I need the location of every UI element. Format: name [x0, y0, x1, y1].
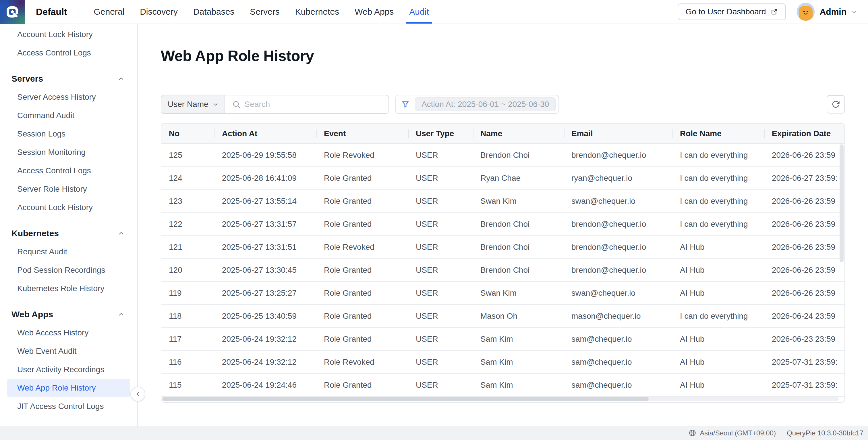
- timezone-indicator: Asia/Seoul (GMT+09:00): [688, 429, 776, 437]
- cell-email: sam@chequer.io: [564, 328, 673, 351]
- sidebar-item-pod-session-recordings[interactable]: Pod Session Recordings: [7, 261, 130, 280]
- table-row[interactable]: 1182025-06-25 13:40:59Role GrantedUSERMa…: [161, 305, 845, 328]
- tab-kubernetes[interactable]: Kubernetes: [287, 0, 347, 24]
- cell-no: 123: [161, 190, 215, 213]
- table-header-row: NoAction AtEventUser TypeNameEmailRole N…: [161, 124, 845, 144]
- cell-user-type: USER: [408, 167, 473, 190]
- table-row[interactable]: 1202025-06-27 13:30:45Role GrantedUSERBr…: [161, 259, 845, 282]
- tab-web-apps[interactable]: Web Apps: [347, 0, 401, 24]
- cell-name: Swan Kim: [473, 282, 564, 305]
- querypie-logo[interactable]: [0, 0, 25, 24]
- sidebar-item-web-app-role-history[interactable]: Web App Role History: [7, 379, 130, 397]
- filter-toolbar: User Name: [161, 95, 845, 114]
- sidebar-section-label: Servers: [11, 74, 43, 84]
- cell-action-at: 2025-06-24 19:32:12: [215, 328, 316, 351]
- sidebar-collapse-button[interactable]: [130, 386, 145, 402]
- table-row[interactable]: 1222025-06-27 13:31:57Role GrantedUSERBr…: [161, 213, 845, 236]
- cell-no: 120: [161, 259, 215, 282]
- column-header-email: Email: [564, 124, 673, 144]
- cell-no: 125: [161, 144, 215, 167]
- cell-role-name: AI Hub: [673, 351, 764, 374]
- cell-email: swan@chequer.io: [564, 190, 673, 213]
- cell-no: 121: [161, 236, 215, 259]
- cell-role-name: AI Hub: [673, 259, 764, 282]
- sidebar-section-kubernetes[interactable]: Kubernetes: [0, 224, 137, 242]
- horizontal-scrollbar-track[interactable]: [162, 397, 839, 401]
- cell-expiration-date: 2026-06-27 23:59:: [764, 167, 845, 190]
- external-link-icon: [770, 8, 778, 16]
- table-row[interactable]: 1152025-06-24 19:24:46Role GrantedUSERSa…: [161, 374, 845, 397]
- cell-name: Sam Kim: [473, 351, 564, 374]
- table-row[interactable]: 1172025-06-24 19:32:12Role GrantedUSERSa…: [161, 328, 845, 351]
- admin-menu-label[interactable]: Admin: [820, 7, 846, 17]
- cell-email: brendon@chequer.io: [564, 236, 673, 259]
- cell-expiration-date: 2026-06-24 23:59: [764, 305, 845, 328]
- vertical-scrollbar[interactable]: [840, 144, 844, 262]
- sidebar-item-session-logs[interactable]: Session Logs: [7, 125, 130, 143]
- sidebar-item-request-audit[interactable]: Request Audit: [7, 242, 130, 261]
- cell-expiration-date: 2026-06-26 23:59: [764, 236, 845, 259]
- cell-event: Role Revoked: [316, 351, 408, 374]
- cell-event: Role Granted: [316, 167, 408, 190]
- cell-email: brendon@chequer.io: [564, 259, 673, 282]
- status-bar: Asia/Seoul (GMT+09:00) QueryPie 10.3.0-3…: [0, 426, 868, 440]
- tab-discovery[interactable]: Discovery: [132, 0, 185, 24]
- cell-event: Role Granted: [316, 282, 408, 305]
- go-to-user-dashboard-button[interactable]: Go to User Dashboard: [678, 3, 786, 20]
- sidebar-item-command-audit[interactable]: Command Audit: [7, 106, 130, 125]
- cell-action-at: 2025-06-27 13:55:14: [215, 190, 316, 213]
- timezone-label: Asia/Seoul (GMT+09:00): [700, 429, 776, 437]
- sidebar-item-access-control-logs[interactable]: Access Control Logs: [7, 44, 130, 62]
- tab-general[interactable]: General: [86, 0, 132, 24]
- tab-databases[interactable]: Databases: [185, 0, 242, 24]
- cell-event: Role Granted: [316, 213, 408, 236]
- sidebar-item-kubernetes-role-history[interactable]: Kubernetes Role History: [7, 280, 130, 298]
- sidebar-item-access-control-logs[interactable]: Access Control Logs: [7, 162, 130, 180]
- sidebar-item-account-lock-history[interactable]: Account Lock History: [7, 25, 130, 44]
- cell-no: 122: [161, 213, 215, 236]
- sidebar-item-jit-access-control-logs[interactable]: JIT Access Control Logs: [7, 397, 130, 416]
- search-field-select[interactable]: User Name: [161, 95, 225, 113]
- sidebar-item-account-lock-history[interactable]: Account Lock History: [7, 198, 130, 217]
- sidebar-item-web-event-audit[interactable]: Web Event Audit: [7, 342, 130, 360]
- table-row[interactable]: 1252025-06-29 19:55:58Role RevokedUSERBr…: [161, 144, 845, 167]
- tab-servers[interactable]: Servers: [242, 0, 287, 24]
- cell-expiration-date: 2025-07-31 23:59:: [764, 351, 845, 374]
- admin-chevron-down-icon[interactable]: [850, 8, 858, 16]
- cell-role-name: AI Hub: [673, 328, 764, 351]
- sidebar-item-server-access-history[interactable]: Server Access History: [7, 88, 130, 106]
- table-row[interactable]: 1242025-06-28 16:41:09Role GrantedUSERRy…: [161, 167, 845, 190]
- sidebar-item-user-activity-recordings[interactable]: User Activity Recordings: [7, 360, 130, 379]
- search-input[interactable]: [225, 95, 389, 113]
- cell-role-name: I can do everything: [673, 167, 764, 190]
- avatar[interactable]: [797, 3, 815, 21]
- table-row[interactable]: 1162025-06-24 19:32:12Role RevokedUSERSa…: [161, 351, 845, 374]
- table-row[interactable]: 1232025-06-27 13:55:14Role GrantedUSERSw…: [161, 190, 845, 213]
- horizontal-scrollbar-thumb[interactable]: [162, 397, 649, 401]
- workspace-name[interactable]: Default: [36, 7, 67, 17]
- refresh-button[interactable]: [827, 95, 845, 114]
- tab-audit[interactable]: Audit: [401, 0, 436, 24]
- cell-role-name: I can do everything: [673, 213, 764, 236]
- cell-name: Ryan Chae: [473, 167, 564, 190]
- chevron-left-icon: [134, 390, 141, 398]
- cell-role-name: AI Hub: [673, 236, 764, 259]
- cell-action-at: 2025-06-25 13:40:59: [215, 305, 316, 328]
- sidebar-item-web-access-history[interactable]: Web Access History: [7, 324, 130, 342]
- sidebar-section-servers[interactable]: Servers: [0, 69, 137, 88]
- cell-email: sam@chequer.io: [564, 351, 673, 374]
- search-control: User Name: [161, 95, 389, 114]
- cell-user-type: USER: [408, 328, 473, 351]
- sidebar-item-session-monitoring[interactable]: Session Monitoring: [7, 143, 130, 162]
- sidebar-item-server-role-history[interactable]: Server Role History: [7, 180, 130, 198]
- avatar-smiley-icon: [797, 3, 815, 21]
- cell-action-at: 2025-06-28 16:41:09: [215, 167, 316, 190]
- sidebar-section-web-apps[interactable]: Web Apps: [0, 305, 137, 324]
- cell-user-type: USER: [408, 305, 473, 328]
- cell-action-at: 2025-06-27 13:31:57: [215, 213, 316, 236]
- table-row[interactable]: 1192025-06-27 13:25:27Role GrantedUSERSw…: [161, 282, 845, 305]
- action-at-filter-chip[interactable]: Action At: 2025-06-01 ~ 2025-06-30: [415, 97, 556, 111]
- cell-name: Brendon Choi: [473, 236, 564, 259]
- table-row[interactable]: 1212025-06-27 13:31:51Role RevokedUSERBr…: [161, 236, 845, 259]
- filter-control[interactable]: Action At: 2025-06-01 ~ 2025-06-30: [395, 95, 559, 114]
